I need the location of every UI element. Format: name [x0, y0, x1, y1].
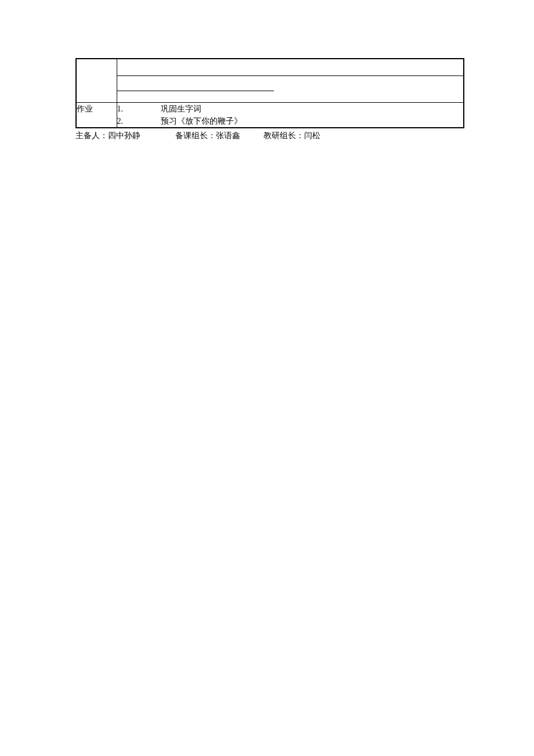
- research-leader-label: 教研组长：: [264, 131, 304, 140]
- underline-partial: [117, 91, 274, 91]
- group-leader-field: 备课组长：张语鑫: [175, 131, 240, 141]
- underline-full: [117, 75, 464, 76]
- document-table: 作业 1. 巩固生字词 2. 预习《放下你的鞭子》: [75, 58, 464, 128]
- homework-content-cell: 1. 巩固生字词 2. 预习《放下你的鞭子》: [117, 102, 464, 128]
- item-text: 巩固生字词: [161, 103, 201, 115]
- group-leader-value: 张语鑫: [216, 131, 240, 140]
- table-row-homework: 作业 1. 巩固生字词 2. 预习《放下你的鞭子》: [76, 102, 464, 128]
- blank-cell-right: [117, 59, 464, 102]
- item-number: 1.: [117, 103, 161, 115]
- research-leader-field: 教研组长：闫松: [264, 131, 320, 141]
- preparer-field: 主备人：四中孙静: [75, 131, 140, 141]
- preparer-value: 四中孙静: [108, 131, 140, 140]
- item-number: 2.: [117, 115, 161, 127]
- item-text: 预习《放下你的鞭子》: [161, 115, 242, 127]
- research-leader-value: 闫松: [304, 131, 320, 140]
- list-item: 2. 预习《放下你的鞭子》: [117, 115, 464, 127]
- group-leader-label: 备课组长：: [175, 131, 216, 140]
- preparer-label: 主备人：: [75, 131, 108, 140]
- homework-label-cell: 作业: [76, 102, 117, 128]
- list-item: 1. 巩固生字词: [117, 103, 464, 115]
- homework-label: 作业: [77, 105, 93, 113]
- table-row-blank: [76, 59, 464, 102]
- footer-line: 主备人：四中孙静 备课组长：张语鑫 教研组长：闫松: [75, 131, 464, 141]
- blank-cell-left: [76, 59, 117, 102]
